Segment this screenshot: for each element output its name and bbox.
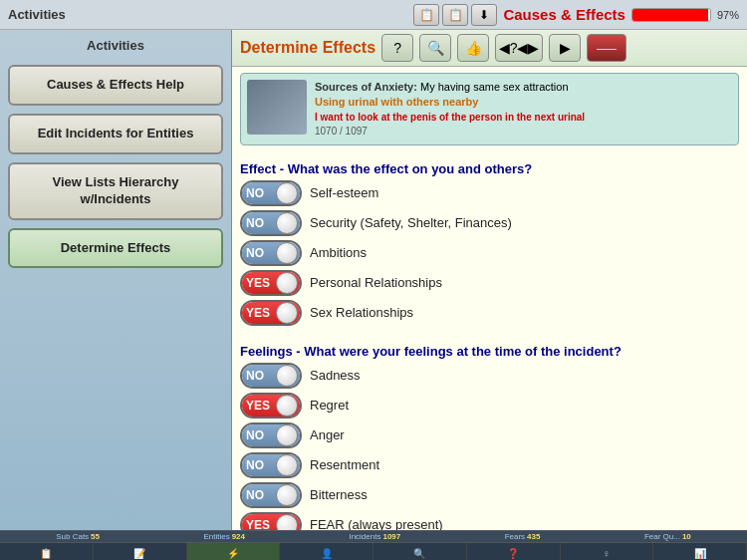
- nav-build-lists[interactable]: 📝 Build Lists: [94, 543, 187, 560]
- my-part-icon: 👤: [321, 548, 333, 559]
- help-btn[interactable]: ?: [381, 34, 413, 62]
- toggle-fear[interactable]: YES: [240, 512, 302, 530]
- toggle-item-bitterness: NO Bitterness: [240, 482, 739, 508]
- content-header: Determine Effects ? 🔍 👍 ◀?◀▶ ▶ ——: [232, 30, 747, 67]
- toggle-label-personal: Personal Relationships: [310, 275, 442, 290]
- menu-btn[interactable]: ——: [587, 34, 626, 62]
- toggle-no-bg: NO: [242, 212, 300, 234]
- nav-causes-effects[interactable]: ⚡ Causes & Effects: [187, 543, 281, 560]
- toggle-anger[interactable]: NO: [240, 422, 302, 448]
- source-label: Sources of Anxiety:: [315, 81, 417, 93]
- nav-reports[interactable]: 📊 Reports: [653, 543, 747, 560]
- sub-counters: Sub Cats 55 Entities 924 Incidents 1097 …: [0, 530, 747, 542]
- toggle-self-esteem[interactable]: NO: [240, 180, 302, 206]
- toggle-yes-bg: YES: [242, 272, 300, 294]
- thumbs-btn[interactable]: 👍: [457, 34, 489, 62]
- reports-icon: 📊: [694, 548, 706, 559]
- sex-relations-icon: ♀: [603, 548, 611, 559]
- toggle-circle: [276, 212, 298, 234]
- search-btn[interactable]: 🔍: [419, 34, 451, 62]
- toggle-yes-bg: YES: [242, 395, 300, 417]
- toggle-regret[interactable]: YES: [240, 393, 302, 419]
- toggle-resentment[interactable]: NO: [240, 452, 302, 478]
- sub-counter-incidents: Incidents 1097: [349, 532, 400, 541]
- source-box: Sources of Anxiety: My having same sex a…: [240, 73, 739, 145]
- toggle-no-bg: NO: [242, 182, 300, 204]
- sub-cats-value: 55: [91, 532, 100, 541]
- bottom-nav: 📋 Life Inventory 📝 Build Lists ⚡ Causes …: [0, 542, 747, 560]
- toggle-sex-rel[interactable]: YES: [240, 300, 302, 326]
- progress-bar-container: [631, 8, 711, 22]
- sidebar-btn-edit-incidents[interactable]: Edit Incidents for Entities: [8, 114, 223, 154]
- causes-effects-icon: ⚡: [227, 548, 239, 559]
- app-title: Causes & Effects: [503, 6, 625, 23]
- nav-life-inventory[interactable]: 📋 Life Inventory: [0, 543, 94, 560]
- toggle-circle: [276, 514, 298, 530]
- fears-analysis-icon: 🔍: [413, 548, 425, 559]
- toggle-ambitions[interactable]: NO: [240, 240, 302, 266]
- toggle-label-resentment: Resentment: [310, 457, 379, 472]
- toggle-no-bg: NO: [242, 365, 300, 387]
- toggle-circle: [276, 302, 298, 324]
- toggle-label-sex-rel: Sex Relationships: [310, 305, 413, 320]
- sidebar-btn-causes-effects[interactable]: Causes & Effects Help: [8, 65, 223, 106]
- toggle-label-security: Security (Safety, Shelter, Finances): [310, 215, 512, 230]
- toggle-item-fear: YES FEAR (always present): [240, 512, 739, 530]
- source-title-line: Sources of Anxiety: My having same sex a…: [315, 80, 585, 95]
- sidebar-btn-view-lists[interactable]: View Lists Hierarchy w/Incidents: [8, 162, 223, 220]
- sub-counter-fears: Fears 435: [505, 532, 541, 541]
- toggle-circle: [276, 424, 298, 446]
- toggle-item-resentment: NO Resentment: [240, 452, 739, 478]
- toggle-circle: [276, 365, 298, 387]
- source-text: Sources of Anxiety: My having same sex a…: [315, 80, 585, 139]
- sidebar-btn-determine-effects[interactable]: Determine Effects: [8, 228, 223, 269]
- sub-counter-entities: Entities 924: [203, 532, 245, 541]
- toggle-circle: [276, 395, 298, 417]
- source-image-inner: [247, 80, 307, 135]
- activities-title: Activities: [8, 7, 66, 22]
- main-layout: Activities Causes & Effects Help Edit In…: [0, 30, 747, 530]
- incidents-value: 1097: [382, 532, 400, 541]
- toggle-no-bg: NO: [242, 454, 300, 476]
- toggle-sadness[interactable]: NO: [240, 363, 302, 389]
- content-area: Determine Effects ? 🔍 👍 ◀?◀▶ ▶ —— Source…: [232, 30, 747, 530]
- source-image: [247, 80, 307, 135]
- entities-value: 924: [232, 532, 245, 541]
- toolbar-icons: 📋 📋 ⬇: [413, 4, 497, 26]
- sub-counter-subcats: Sub Cats 55: [56, 532, 100, 541]
- sub-counter-fear-qu: Fear Qu... 10: [644, 532, 691, 541]
- nav-fears-analysis[interactable]: 🔍 Fears Analysis: [374, 543, 467, 560]
- toggle-personal[interactable]: YES: [240, 270, 302, 296]
- content-title: Determine Effects: [240, 39, 375, 57]
- toggle-item-ambitions: NO Ambitions: [240, 240, 739, 266]
- toggle-bitterness[interactable]: NO: [240, 482, 302, 508]
- toolbar-btn-1[interactable]: 📋: [413, 4, 439, 26]
- fear-questions-icon: ❓: [507, 548, 519, 559]
- feelings-section-title: Feelings - What were your feelings at th…: [240, 344, 739, 359]
- toggle-security[interactable]: NO: [240, 210, 302, 236]
- toggle-circle: [276, 454, 298, 476]
- progress-label: 97%: [717, 9, 739, 21]
- play-btn[interactable]: ▶: [549, 34, 581, 62]
- toggle-circle: [276, 484, 298, 506]
- build-lists-icon: 📝: [133, 548, 145, 559]
- nav-fear-questions[interactable]: ❓ Fear Questions: [467, 543, 561, 560]
- toggle-circle: [276, 182, 298, 204]
- sidebar-title: Activities: [8, 38, 223, 53]
- nav-sex-relations[interactable]: ♀ Sex Relations: [561, 543, 654, 560]
- toolbar-btn-down[interactable]: ⬇: [471, 4, 497, 26]
- toggle-no-bg: NO: [242, 484, 300, 506]
- feelings-section: Feelings - What were your feelings at th…: [232, 334, 747, 530]
- toggle-item-anger: NO Anger: [240, 422, 739, 448]
- fear-qu-value: 10: [682, 532, 691, 541]
- effect-section: Effect - What was the effect on you and …: [232, 151, 747, 334]
- toggle-no-bg: NO: [242, 424, 300, 446]
- nav-my-part[interactable]: 👤 My Part: [280, 543, 374, 560]
- nav-btn[interactable]: ◀?◀▶: [495, 34, 543, 62]
- toggle-item-sadness: NO Sadness: [240, 363, 739, 389]
- toggle-circle: [276, 272, 298, 294]
- toolbar-btn-2[interactable]: 📋: [442, 4, 468, 26]
- sidebar: Activities Causes & Effects Help Edit In…: [0, 30, 232, 530]
- toggle-label-fear: FEAR (always present): [310, 517, 443, 530]
- toggle-label-sadness: Sadness: [310, 368, 361, 383]
